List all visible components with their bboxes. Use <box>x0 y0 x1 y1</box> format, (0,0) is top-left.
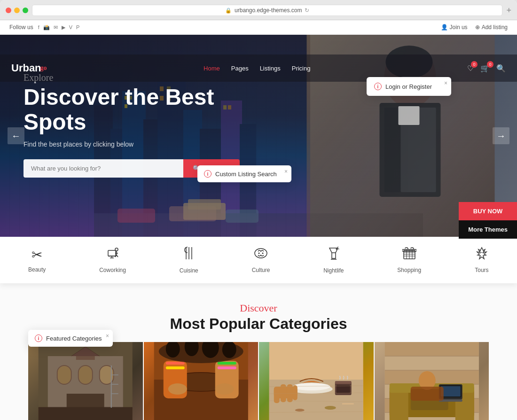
category-card-music[interactable] <box>144 342 258 420</box>
svg-rect-23 <box>188 199 221 210</box>
address-bar[interactable]: 🔒 urbango.edge-themes.com ↻ <box>32 5 502 16</box>
svg-line-51 <box>337 247 338 248</box>
close-dot[interactable] <box>6 8 11 13</box>
nav-pages[interactable]: Pages <box>231 65 249 72</box>
svg-rect-82 <box>217 362 236 365</box>
hero-title-line2: Spots <box>24 109 86 134</box>
search-button[interactable]: 🔍 <box>496 64 506 73</box>
svg-rect-99 <box>281 384 286 402</box>
svg-rect-33 <box>108 250 116 256</box>
cuisine-icon <box>182 246 196 264</box>
category-beauty[interactable]: ✂ Beauty <box>28 247 46 273</box>
svg-point-37 <box>115 248 118 251</box>
category-card-lifestyle[interactable] <box>375 342 489 420</box>
svg-rect-64 <box>78 366 93 384</box>
browser-dots <box>6 8 28 13</box>
nightlife-label: Nightlife <box>323 267 344 274</box>
svg-rect-100 <box>287 384 293 402</box>
featured-categories-popup: i Featured Categories × <box>28 330 113 347</box>
category-card-cuisine[interactable] <box>259 342 374 420</box>
login-popup-close[interactable]: × <box>444 80 447 86</box>
nav-icons: ♡ 0 🛒 0 🔍 <box>467 64 506 73</box>
culture-label: Culture <box>252 267 270 273</box>
site-logo[interactable]: Urban go <box>11 62 47 74</box>
popular-section: Discover Most Popular Categories i Featu… <box>0 283 517 420</box>
card-image-food <box>259 342 374 420</box>
svg-rect-129 <box>440 386 460 397</box>
tours-label: Tours <box>475 267 488 273</box>
refresh-icon[interactable]: ↻ <box>305 7 309 14</box>
buy-now-button[interactable]: BUY NOW <box>459 202 517 220</box>
nav-pricing[interactable]: Pricing <box>292 65 311 72</box>
svg-point-47 <box>262 253 263 254</box>
svg-point-80 <box>215 383 234 395</box>
search-popup-text: Custom Listing Search <box>215 171 277 178</box>
category-nightlife[interactable]: Nightlife <box>323 246 344 274</box>
cart-badge: 0 <box>487 61 494 68</box>
add-listing-button[interactable]: ⊕ Add listing <box>475 24 508 31</box>
pinterest-icon[interactable]: P <box>76 24 79 30</box>
svg-rect-84 <box>217 366 236 369</box>
card-image-architecture <box>28 342 143 420</box>
coworking-icon <box>106 247 119 263</box>
nav-links: Home Pages Listings Pricing <box>204 65 310 72</box>
svg-rect-30 <box>399 106 420 125</box>
minimize-dot[interactable] <box>14 8 20 13</box>
browser-chrome: 🔒 urbango.edge-themes.com ↻ + <box>0 0 517 20</box>
search-info-icon: i <box>204 170 212 178</box>
category-tours[interactable]: Tours <box>475 247 489 273</box>
featured-info-icon: i <box>35 334 42 342</box>
category-coworking[interactable]: Coworking <box>99 247 126 273</box>
join-us-button[interactable]: 👤 Join us <box>441 24 468 31</box>
svg-rect-95 <box>335 381 352 384</box>
logo-script: go <box>40 64 47 72</box>
category-card-architecture[interactable] <box>28 342 143 420</box>
nav-home[interactable]: Home <box>204 65 220 72</box>
hero-content: Explore Discover the Best Spots Find the… <box>24 72 240 178</box>
coworking-label: Coworking <box>99 267 126 273</box>
search-input[interactable] <box>24 159 183 178</box>
cuisine-label: Cuisine <box>180 267 198 274</box>
new-tab-button[interactable]: + <box>506 6 511 16</box>
svg-rect-104 <box>342 403 354 404</box>
logo-text: Urban <box>11 62 41 74</box>
youtube-icon[interactable]: ▶ <box>62 24 65 31</box>
hero-section: Urban go Home Pages Listings Pricing ♡ 0… <box>0 35 517 237</box>
beauty-icon: ✂ <box>31 247 42 263</box>
nav-listings[interactable]: Listings <box>260 65 281 72</box>
search-popup-close[interactable]: × <box>284 168 288 175</box>
category-shopping[interactable]: Shopping <box>397 247 421 273</box>
follow-label: Follow us <box>9 24 33 31</box>
featured-popup-close[interactable]: × <box>106 333 109 339</box>
cart-button[interactable]: 🛒 0 <box>480 64 490 73</box>
nightlife-icon <box>327 246 340 264</box>
svg-point-102 <box>325 406 336 410</box>
vimeo-icon[interactable]: V <box>69 24 72 30</box>
svg-rect-69 <box>76 356 95 360</box>
hero-next-arrow[interactable]: → <box>493 127 509 144</box>
hero-prev-arrow[interactable]: ← <box>8 127 24 144</box>
svg-rect-81 <box>165 362 184 365</box>
svg-point-79 <box>168 383 187 395</box>
wishlist-button[interactable]: ♡ 0 <box>467 64 474 73</box>
category-cuisine[interactable]: Cuisine <box>180 246 198 274</box>
join-label: Join us <box>450 24 468 31</box>
instagram-icon[interactable]: 📸 <box>43 24 50 31</box>
category-culture[interactable]: Culture <box>252 247 270 273</box>
more-themes-button[interactable]: More Themes <box>459 220 517 239</box>
url-text: urbango.edge-themes.com <box>235 7 302 14</box>
section-script-title: Discover <box>28 302 489 314</box>
email-icon[interactable]: ✉ <box>54 24 58 31</box>
svg-rect-131 <box>410 387 443 401</box>
search-popup: i Custom Listing Search × <box>197 165 291 182</box>
plus-icon: ⊕ <box>475 24 480 31</box>
social-icons: f 📸 ✉ ▶ V P <box>38 24 80 31</box>
svg-rect-111 <box>384 356 478 370</box>
login-popup-text[interactable]: Login or Register <box>385 83 432 90</box>
category-cards-grid <box>28 342 489 420</box>
lock-icon: 🔒 <box>225 8 232 14</box>
browser-window: 🔒 urbango.edge-themes.com ↻ + Follow us … <box>0 0 517 420</box>
maximize-dot[interactable] <box>23 8 28 13</box>
facebook-icon[interactable]: f <box>38 24 39 30</box>
shopping-icon <box>402 247 416 263</box>
